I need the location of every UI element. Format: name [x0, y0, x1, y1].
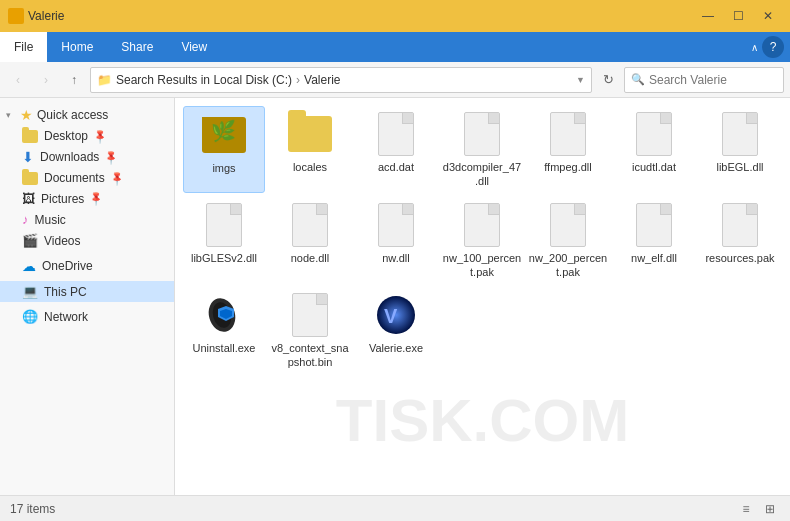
breadcrumb-search: Search Results in Local Disk (C:) — [116, 73, 292, 87]
thispc-label: This PC — [44, 285, 87, 299]
help-button[interactable]: ? — [762, 36, 784, 58]
forward-button[interactable]: › — [34, 68, 58, 92]
file-item-uninstall-exe[interactable]: Uninstall.exe — [183, 287, 265, 374]
file-item-libglesv2-dll[interactable]: libGLESv2.dll — [183, 197, 265, 284]
ribbon: File Home Share View ∧ ? — [0, 32, 790, 62]
refresh-button[interactable]: ↻ — [596, 68, 620, 92]
file-item-nw-dll[interactable]: nw.dll — [355, 197, 437, 284]
v8-context-snapshot-icon-wrap — [286, 291, 334, 339]
file-item-acd-dat[interactable]: acd.dat — [355, 106, 437, 193]
tab-share[interactable]: Share — [107, 32, 167, 62]
node-dll-icon-wrap — [286, 201, 334, 249]
window-title: Valerie — [28, 9, 64, 23]
videos-icon: 🎬 — [22, 233, 38, 248]
maximize-button[interactable]: ☐ — [724, 4, 752, 28]
svg-text:V: V — [384, 305, 398, 327]
sidebar-item-thispc[interactable]: 💻 This PC — [0, 281, 174, 302]
sidebar-item-videos[interactable]: 🎬 Videos — [0, 230, 174, 251]
close-button[interactable]: ✕ — [754, 4, 782, 28]
status-bar: 17 items ≡ ⊞ — [0, 495, 790, 521]
ffmpeg-dll-icon-wrap — [544, 110, 592, 158]
imgs-icon-wrap: 🌿 — [200, 111, 248, 159]
sidebar-item-downloads[interactable]: ⬇ Downloads 📌 — [0, 146, 174, 168]
desktop-label: Desktop — [44, 129, 88, 143]
nw-100-pak-label: nw_100_percent.pak — [442, 251, 522, 280]
sidebar-section-quick-access: ▾ ★ Quick access Desktop 📌 ⬇ Downloads 📌… — [0, 104, 174, 251]
sidebar-header-quick-access[interactable]: ▾ ★ Quick access — [0, 104, 174, 126]
ribbon-right: ∧ ? — [751, 32, 790, 62]
status-views: ≡ ⊞ — [736, 499, 780, 519]
pictures-icon: 🖼 — [22, 191, 35, 206]
uninstall-exe-label: Uninstall.exe — [193, 341, 256, 355]
nw-elf-dll-label: nw_elf.dll — [631, 251, 677, 265]
icudtl-dat-icon-wrap — [630, 110, 678, 158]
file-item-libegl-dll[interactable]: libEGL.dll — [699, 106, 781, 193]
resources-pak-label: resources.pak — [705, 251, 774, 265]
file-item-node-dll[interactable]: node.dll — [269, 197, 351, 284]
downloads-icon: ⬇ — [22, 149, 34, 165]
back-button[interactable]: ‹ — [6, 68, 30, 92]
file-item-nw-100-pak[interactable]: nw_100_percent.pak — [441, 197, 523, 284]
ribbon-collapse-icon[interactable]: ∧ — [751, 42, 758, 53]
tab-file[interactable]: File — [0, 32, 47, 62]
file-item-resources-pak[interactable]: resources.pak — [699, 197, 781, 284]
onedrive-label: OneDrive — [42, 259, 93, 273]
sidebar-section-network: 🌐 Network — [0, 306, 174, 327]
network-icon: 🌐 — [22, 309, 38, 324]
v8-context-snapshot-label: v8_context_snapshot.bin — [270, 341, 350, 370]
network-label: Network — [44, 310, 88, 324]
sidebar-item-network[interactable]: 🌐 Network — [0, 306, 174, 327]
desktop-folder-icon — [22, 130, 38, 143]
sidebar-item-desktop[interactable]: Desktop 📌 — [0, 126, 174, 146]
file-item-ffmpeg-dll[interactable]: ffmpeg.dll — [527, 106, 609, 193]
sidebar-section-onedrive: ☁ OneDrive — [0, 255, 174, 277]
window-controls: — ☐ ✕ — [694, 4, 782, 28]
sidebar-item-music[interactable]: ♪ Music — [0, 209, 174, 230]
file-item-imgs[interactable]: 🌿 imgs — [183, 106, 265, 193]
file-grid: 🌿 imgs locales acd.dat — [183, 106, 782, 374]
list-view-button[interactable]: ≡ — [736, 499, 756, 519]
ffmpeg-dll-label: ffmpeg.dll — [544, 160, 592, 174]
title-bar-left: Valerie — [8, 8, 64, 24]
search-box: 🔍 — [624, 67, 784, 93]
downloads-pin-icon: 📌 — [103, 149, 119, 165]
d3dcompiler-label: d3dcompiler_47.dll — [442, 160, 522, 189]
breadcrumb-dropdown-icon[interactable]: ▼ — [576, 75, 585, 85]
desktop-pin-icon: 📌 — [92, 128, 108, 144]
locales-icon-wrap — [286, 110, 334, 158]
grid-view-button[interactable]: ⊞ — [760, 499, 780, 519]
sidebar-item-documents[interactable]: Documents 📌 — [0, 168, 174, 188]
up-button[interactable]: ↑ — [62, 68, 86, 92]
file-item-nw-200-pak[interactable]: nw_200_percent.pak — [527, 197, 609, 284]
sidebar-section-thispc: 💻 This PC — [0, 281, 174, 302]
nw-elf-dll-icon-wrap — [630, 201, 678, 249]
pictures-label: Pictures — [41, 192, 84, 206]
tab-home[interactable]: Home — [47, 32, 107, 62]
libglesv2-dll-icon-wrap — [200, 201, 248, 249]
pictures-pin-icon: 📌 — [88, 190, 104, 206]
music-icon: ♪ — [22, 212, 29, 227]
search-icon: 🔍 — [631, 73, 645, 86]
file-item-v8-context-snapshot[interactable]: v8_context_snapshot.bin — [269, 287, 351, 374]
libglesv2-dll-label: libGLESv2.dll — [191, 251, 257, 265]
file-item-locales[interactable]: locales — [269, 106, 351, 193]
address-path[interactable]: 📁 Search Results in Local Disk (C:) › Va… — [90, 67, 592, 93]
quick-access-label: Quick access — [37, 108, 108, 122]
sidebar-item-onedrive[interactable]: ☁ OneDrive — [0, 255, 174, 277]
address-bar: ‹ › ↑ 📁 Search Results in Local Disk (C:… — [0, 62, 790, 98]
minimize-button[interactable]: — — [694, 4, 722, 28]
search-input[interactable] — [649, 73, 777, 87]
file-item-icudtl-dat[interactable]: icudtl.dat — [613, 106, 695, 193]
music-label: Music — [35, 213, 66, 227]
downloads-label: Downloads — [40, 150, 99, 164]
file-item-nw-elf-dll[interactable]: nw_elf.dll — [613, 197, 695, 284]
icudtl-dat-label: icudtl.dat — [632, 160, 676, 174]
documents-folder-icon — [22, 172, 38, 185]
sidebar-item-pictures[interactable]: 🖼 Pictures 📌 — [0, 188, 174, 209]
folder-root-icon: 📁 — [97, 73, 112, 87]
nw-dll-icon-wrap — [372, 201, 420, 249]
videos-label: Videos — [44, 234, 80, 248]
file-item-valerie-exe[interactable]: V Valerie.exe — [355, 287, 437, 374]
file-item-d3dcompiler[interactable]: d3dcompiler_47.dll — [441, 106, 523, 193]
tab-view[interactable]: View — [167, 32, 221, 62]
